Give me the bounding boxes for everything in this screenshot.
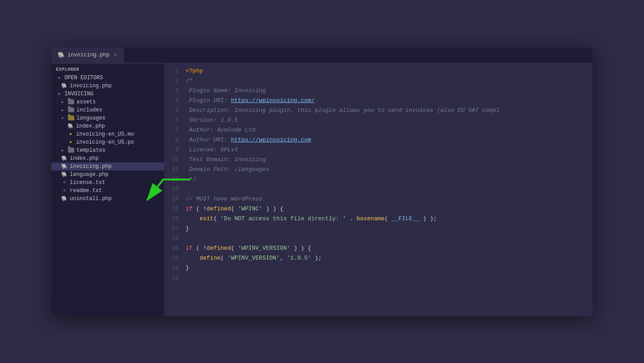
code-line-14: // MUST have WordPress.	[186, 194, 593, 204]
open-editors-label: OPEN EDITORS	[64, 75, 103, 81]
folder-name: templates	[76, 147, 106, 154]
code-line-20: define( 'WPINV_VERSION', '1.0.5' );	[186, 253, 593, 263]
tab-filename: invoicing.php	[68, 52, 110, 58]
ln-12: 12	[164, 175, 183, 184]
ln-8: 8	[164, 135, 183, 145]
folder-templates[interactable]: ▸ templates	[51, 146, 164, 154]
project-section[interactable]: ▾ INVOICING	[51, 90, 164, 98]
code-line-22	[186, 273, 593, 283]
php-icon: 🐘	[61, 155, 68, 162]
ln-13: 13	[164, 184, 183, 194]
ln-17: 17	[164, 224, 183, 234]
php-icon: 🐘	[61, 83, 68, 89]
file-name: index.php	[76, 123, 105, 129]
open-file-name: invoicing.php	[70, 83, 112, 89]
code-line-21: }	[186, 263, 593, 273]
code-line-13	[186, 184, 593, 194]
sidebar: EXPLORER ▾ OPEN EDITORS 🐘 invoicing.php …	[51, 64, 164, 316]
ln-3: 3	[164, 86, 183, 96]
code-line-9: License: GPLv3	[186, 145, 593, 155]
ln-16: 16	[164, 214, 183, 224]
ln-1: 1	[164, 66, 183, 76]
code-line-19: if ( !defined( 'WPINV_VERSION' ) ) {	[186, 243, 593, 253]
project-collapse-arrow: ▾	[58, 91, 62, 97]
ln-22: 22	[164, 273, 183, 283]
po-icon: ✱	[68, 139, 74, 145]
collapse-arrow: ▾	[58, 75, 62, 81]
editor-area[interactable]: 1 2 3 4 5 6 7 8 9 10 11 12 13 14	[164, 64, 593, 316]
code-line-5: Description: Invoicing plugin, this plug…	[186, 106, 593, 115]
code-line-11: Domain Path: /languages	[186, 165, 593, 175]
file-index-php[interactable]: 🐘 index.php	[51, 122, 164, 130]
folder-name: includes	[76, 107, 102, 113]
code-line-10: Text Domain: invoicing	[186, 155, 593, 165]
tab-bar: 🐘 invoicing.php ×	[51, 47, 593, 64]
folder-assets[interactable]: ▸ assets	[51, 98, 164, 106]
ln-20: 20	[164, 253, 183, 263]
code-line-15: if ( !defined( 'WPINC' ) ) {	[186, 204, 593, 214]
file-name: license.txt	[70, 179, 105, 186]
project-name: INVOICING	[64, 91, 93, 97]
code-line-18	[186, 234, 593, 243]
main-area: EXPLORER ▾ OPEN EDITORS 🐘 invoicing.php …	[51, 64, 593, 316]
file-license[interactable]: ≡ license.txt	[51, 179, 164, 187]
txt-icon: ≡	[61, 188, 68, 194]
file-po[interactable]: ✱ invoicing-en_US.po	[51, 138, 164, 146]
ln-19: 19	[164, 243, 183, 253]
code-line-8: Author URI: https://wpinvoicing.com	[186, 135, 593, 145]
editor-window: 🐘 invoicing.php × EXPLORER ▾ OPEN EDITOR…	[51, 47, 593, 316]
code-line-3: Plugin Name: Invoicing	[186, 86, 593, 96]
folder-arrow: ▸	[61, 148, 66, 153]
file-index[interactable]: 🐘 index.php	[51, 154, 164, 162]
code-content: <?php /* Plugin Name: Invoicing Plugin U…	[183, 64, 593, 316]
folder-arrow: ▸	[61, 99, 66, 105]
php-icon: 🐘	[61, 163, 68, 170]
file-name: invoicing-en_US.po	[76, 139, 134, 145]
folder-open-icon	[68, 115, 74, 120]
folder-languages[interactable]: ▾ languages	[51, 114, 164, 122]
folder-includes[interactable]: ▸ includes	[51, 106, 164, 114]
folder-icon	[68, 148, 74, 153]
folder-icon	[68, 107, 74, 112]
ln-18: 18	[164, 234, 183, 243]
open-file-invoicing[interactable]: 🐘 invoicing.php	[51, 82, 164, 90]
code-line-4: Plugin URI: https://wpinvoicing.com/	[186, 96, 593, 106]
file-name: invoicing.php	[70, 163, 112, 170]
ln-15: 15	[164, 204, 183, 214]
po-icon: ✱	[68, 131, 74, 137]
code-line-16: exit( 'Do NOT access this file directly:…	[186, 214, 593, 224]
code-container: 1 2 3 4 5 6 7 8 9 10 11 12 13 14	[164, 64, 593, 316]
code-line-12: */	[186, 175, 593, 184]
ln-14: 14	[164, 194, 183, 204]
ln-9: 9	[164, 145, 183, 155]
file-language[interactable]: 🐘 language.php	[51, 171, 164, 179]
ln-7: 7	[164, 125, 183, 135]
tab-php-icon: 🐘	[58, 51, 65, 59]
file-invoicing-active[interactable]: 🐘 invoicing.php	[51, 162, 164, 171]
ln-10: 10	[164, 155, 183, 165]
ln-21: 21	[164, 263, 183, 273]
ln-6: 6	[164, 115, 183, 125]
folder-arrow: ▾	[61, 115, 66, 121]
ln-2: 2	[164, 76, 183, 86]
txt-icon: ≡	[61, 179, 68, 186]
file-name: readme.txt	[70, 188, 102, 194]
php-icon: 🐘	[61, 196, 68, 202]
php-icon: 🐘	[61, 171, 68, 178]
folder-icon	[68, 99, 74, 104]
line-numbers: 1 2 3 4 5 6 7 8 9 10 11 12 13 14	[164, 64, 183, 316]
file-readme[interactable]: ≡ readme.txt	[51, 187, 164, 195]
ln-11: 11	[164, 165, 183, 175]
file-name: language.php	[70, 171, 108, 178]
file-mo[interactable]: ✱ invoicing-en_US.mo	[51, 130, 164, 138]
code-line-6: Version: 1.0.5	[186, 115, 593, 125]
code-line-2: /*	[186, 76, 593, 86]
editor-tab[interactable]: 🐘 invoicing.php ×	[51, 47, 123, 63]
file-name: uninstall.php	[70, 196, 112, 202]
open-editors-section[interactable]: ▾ OPEN EDITORS	[51, 74, 164, 82]
folder-arrow: ▸	[61, 107, 66, 113]
tab-close-button[interactable]: ×	[114, 52, 117, 58]
explorer-label: EXPLORER	[51, 64, 164, 74]
file-name: index.php	[70, 155, 99, 162]
file-uninstall[interactable]: 🐘 uninstall.php	[51, 195, 164, 203]
